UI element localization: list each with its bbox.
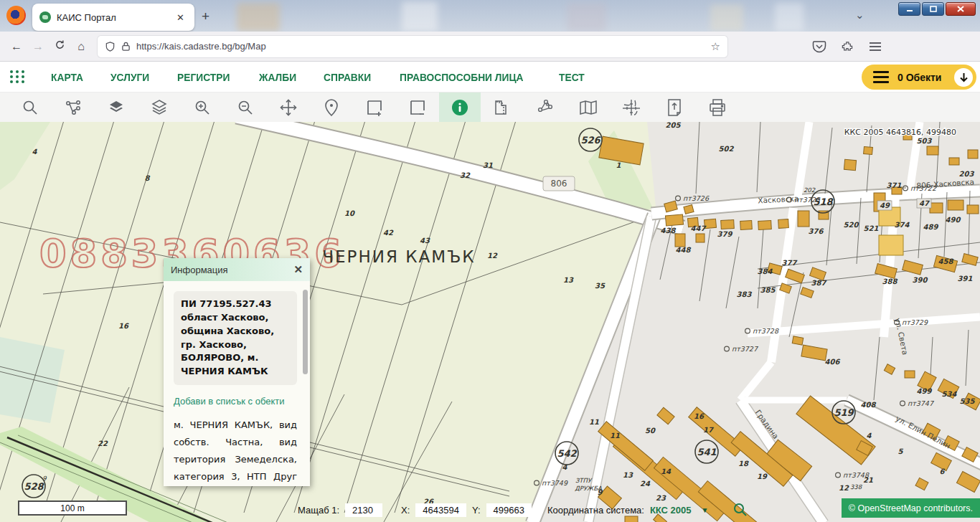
lock-icon[interactable]	[121, 41, 131, 52]
select-add-tool-button[interactable]	[353, 92, 396, 122]
popup-close-icon[interactable]: ✕	[293, 263, 303, 276]
svg-text:12: 12	[487, 252, 498, 260]
x-label: X:	[401, 505, 410, 516]
new-tab-button[interactable]: +	[202, 9, 209, 24]
network-select-tool-button[interactable]	[52, 92, 95, 122]
nav-item-pravosposobni-litsa[interactable]: ПРАВОСПОСОБНИ ЛИЦА	[400, 71, 524, 83]
nav-item-uslugi[interactable]: УСЛУГИ	[110, 71, 149, 83]
svg-text:43: 43	[420, 237, 430, 245]
svg-text:384: 384	[758, 267, 773, 275]
bookmark-star-icon[interactable]: ☆	[711, 40, 720, 53]
svg-text:383: 383	[737, 290, 753, 298]
select-subtract-tool-button[interactable]	[396, 92, 439, 122]
tab-close-icon[interactable]: ✕	[174, 11, 187, 24]
nav-item-karta[interactable]: КАРТА	[51, 71, 83, 83]
popup-scrollbar[interactable]	[303, 290, 308, 374]
svg-text:10: 10	[344, 209, 355, 217]
svg-text:390: 390	[913, 276, 928, 284]
close-button[interactable]	[946, 2, 976, 16]
svg-text:16: 16	[694, 412, 705, 420]
svg-text:16: 16	[118, 322, 129, 330]
crs-coordinates-readout: ККС 2005 4643816, 499480	[844, 128, 956, 137]
nav-item-spravki[interactable]: СПРАВКИ	[324, 71, 371, 83]
extensions-puzzle-icon[interactable]	[841, 39, 854, 53]
svg-text:203: 203	[959, 170, 975, 178]
identify-info-tool-button[interactable]	[439, 92, 481, 122]
road-number-label: 806	[543, 176, 575, 191]
back-button[interactable]: ←	[6, 40, 27, 53]
svg-text:32: 32	[460, 171, 471, 179]
list-all-tabs-icon[interactable]: ⌄	[855, 9, 864, 22]
pan-tool-button[interactable]	[267, 92, 310, 122]
measure-area-tool-button[interactable]	[524, 92, 567, 122]
svg-text:376: 376	[809, 227, 824, 235]
desktop-blur-decoration	[237, 3, 280, 32]
browser-window: КАИС Портал ✕ + ⌄ ← → ⌂ https://kais.cad…	[0, 0, 980, 522]
nav-item-zhalbi[interactable]: ЖАЛБИ	[259, 71, 296, 83]
nav-item-registri[interactable]: РЕГИСТРИ	[177, 71, 230, 83]
map-search-icon[interactable]	[732, 502, 748, 518]
menu-hamburger-icon[interactable]	[869, 41, 882, 52]
svg-text:406: 406	[825, 358, 841, 366]
locate-pin-tool-button[interactable]	[310, 92, 353, 122]
address-bar[interactable]: https://kais.cadastre.bg/bg/Map ☆	[98, 36, 727, 57]
desktop-blur-decoration	[710, 4, 743, 32]
svg-text:пт3728: пт3728	[753, 327, 779, 335]
app-grid-icon[interactable]	[10, 70, 25, 83]
forward-button[interactable]: →	[27, 40, 49, 53]
browser-tab[interactable]: КАИС Портал ✕	[32, 4, 194, 31]
scale-input[interactable]: 2130	[345, 503, 382, 517]
home-button[interactable]: ⌂	[70, 40, 92, 53]
search-tool-button[interactable]	[9, 92, 52, 122]
site-favicon-icon	[39, 11, 51, 23]
info-popup-header[interactable]: Информация ✕	[164, 258, 310, 281]
svg-text:пт3749: пт3749	[542, 479, 568, 487]
scale-label: Мащаб 1:	[298, 505, 339, 516]
locality-label: ЧЕРНИЯ КАМЪК	[322, 247, 475, 266]
svg-text:458: 458	[938, 257, 954, 265]
measure-tool-button[interactable]	[481, 92, 524, 122]
objects-expand-icon[interactable]	[954, 68, 973, 87]
svg-text:528: 528	[24, 481, 44, 492]
nav-item-test[interactable]: ТЕСТ	[559, 71, 585, 83]
svg-text:пт3726: пт3726	[683, 194, 710, 202]
map-sheets-tool-button[interactable]	[567, 92, 610, 122]
svg-text:374: 374	[895, 221, 910, 229]
firefox-logo-icon[interactable]	[6, 6, 26, 25]
crs-dropdown-icon[interactable]: ▼	[702, 506, 709, 514]
osm-attribution[interactable]: © OpenStreetMap contributors.	[842, 498, 980, 518]
shield-icon[interactable]	[105, 41, 116, 52]
svg-text:17: 17	[703, 426, 714, 434]
y-coordinate-value: 499663	[486, 503, 532, 517]
svg-text:ЗТПУ: ЗТПУ	[575, 477, 593, 484]
objects-count-label: 0 Обекти	[897, 72, 941, 83]
svg-text:371: 371	[887, 181, 902, 189]
layers-outline-icon-button[interactable]	[138, 92, 181, 122]
zoom-out-tool-button[interactable]	[224, 92, 267, 122]
print-tool-button[interactable]	[696, 92, 739, 122]
pocket-icon[interactable]	[812, 40, 826, 53]
url-text[interactable]: https://kais.cadastre.bg/bg/Map	[136, 41, 705, 52]
export-tool-button[interactable]	[653, 92, 696, 122]
objects-list-button[interactable]: 0 Обекти	[862, 65, 976, 90]
cadastre-map[interactable]: 4810424312133531321622262391205502503203…	[0, 122, 980, 522]
add-to-objects-link[interactable]: Добави в списък с обекти	[174, 395, 297, 408]
svg-text:438: 438	[661, 227, 677, 234]
desktop-blur-decoration	[567, 3, 606, 32]
map-canvas[interactable]: 4810424312133531321622262391205502503203…	[0, 122, 980, 522]
minimize-button[interactable]	[898, 2, 920, 16]
parcel-id-block: ПИ 77195.527.43 област Хасково, община Х…	[174, 291, 297, 385]
svg-text:11: 11	[610, 432, 620, 440]
coordinates-grid-tool-button[interactable]	[610, 92, 653, 122]
parcel-details-text: м. ЧЕРНИЯ КАМЪК, вид собств. Частна, вид…	[174, 417, 297, 486]
zoom-in-tool-button[interactable]	[181, 92, 224, 122]
crs-selected-value[interactable]: ККС 2005	[650, 505, 692, 516]
svg-text:503: 503	[917, 137, 933, 145]
svg-text:338: 338	[850, 483, 863, 490]
layers-filled-icon-button[interactable]	[95, 92, 138, 122]
svg-text:49: 49	[880, 201, 890, 209]
svg-text:ДРУЖБА: ДРУЖБА	[575, 485, 602, 492]
maximize-button[interactable]	[922, 2, 944, 16]
svg-text:385: 385	[760, 286, 776, 294]
reload-button[interactable]	[49, 39, 70, 53]
